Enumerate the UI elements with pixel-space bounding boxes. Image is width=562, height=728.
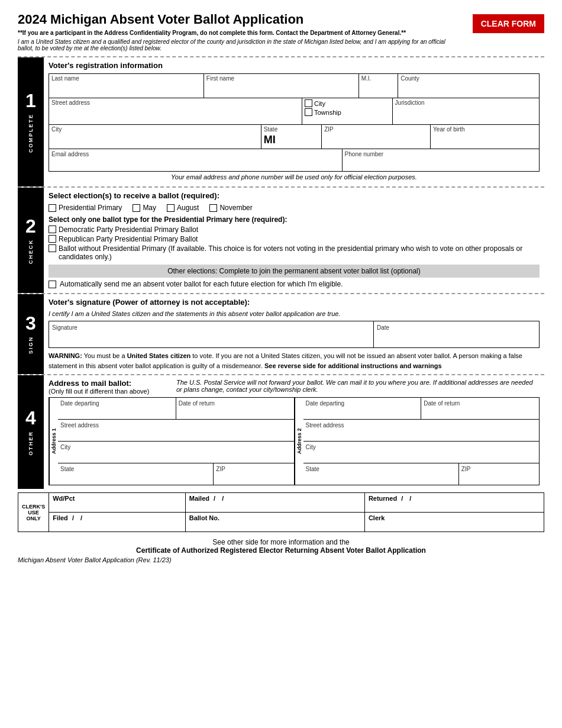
zip-label: ZIP bbox=[324, 126, 428, 133]
mailed-cell: Mailed / / bbox=[186, 493, 365, 512]
disclaimer1: **If you are a participant in the Addres… bbox=[18, 30, 461, 36]
addr1-state-cell: State bbox=[58, 463, 214, 485]
year-of-birth-label: Year of birth bbox=[433, 126, 537, 133]
section-2-content: Select election(s) to receive a ballot (… bbox=[44, 188, 544, 293]
addr1-date-return-input[interactable] bbox=[179, 407, 292, 415]
city-input[interactable] bbox=[51, 134, 259, 147]
slash-3: / bbox=[401, 495, 403, 502]
zip-input[interactable] bbox=[324, 134, 428, 147]
signature-row: Signature Date bbox=[49, 321, 540, 348]
warning-citizen: United States citizen bbox=[127, 352, 191, 359]
auto-send-checkbox[interactable] bbox=[49, 281, 56, 288]
county-input[interactable] bbox=[400, 83, 537, 96]
election-presidential-primary: Presidential Primary bbox=[49, 204, 122, 212]
wd-pct-input[interactable] bbox=[53, 502, 182, 510]
presidential-primary-label: Presidential Primary bbox=[59, 204, 122, 212]
clerk-input[interactable] bbox=[369, 521, 540, 530]
republican-checkbox[interactable] bbox=[49, 235, 56, 243]
date-input[interactable] bbox=[377, 336, 536, 344]
street-address-input[interactable] bbox=[51, 107, 299, 123]
addr2-street-cell: Street address bbox=[303, 420, 540, 441]
clerk-label: Clerk bbox=[369, 514, 385, 521]
county-cell: County bbox=[398, 74, 539, 98]
address-2-half: Address 2 Date departing Date of return bbox=[295, 398, 540, 485]
address-1-half: Address 1 Date departing Date of return bbox=[49, 398, 295, 485]
addr2-state-input[interactable] bbox=[306, 473, 456, 481]
name-row: Last name First name M.I. County bbox=[49, 73, 540, 98]
section-1-title: Voter's registration information bbox=[49, 61, 540, 70]
may-checkbox[interactable] bbox=[133, 204, 140, 212]
addr2-date-return-input[interactable] bbox=[424, 407, 537, 415]
addr2-zip-input[interactable] bbox=[461, 473, 537, 481]
presidential-primary-checkbox[interactable] bbox=[49, 204, 56, 212]
step-3-label: SIGN bbox=[28, 336, 34, 354]
clerks-label-3: ONLY bbox=[26, 516, 40, 521]
elections-row: Presidential Primary May August November bbox=[49, 204, 540, 212]
addr2-date-departing-input[interactable] bbox=[306, 407, 419, 415]
phone-label: Phone number bbox=[345, 151, 384, 157]
phone-input[interactable] bbox=[345, 158, 537, 166]
state-label: State bbox=[264, 126, 319, 133]
addr1-city-input[interactable] bbox=[60, 451, 292, 459]
section-4: 4 OTHER Address to mail ballot: (Only fi… bbox=[18, 374, 544, 489]
address-1-with-label: Address 1 Date departing Date of return bbox=[49, 398, 294, 485]
township-checkbox[interactable] bbox=[305, 108, 312, 116]
mail-subtitle: (Only fill out if different than above) bbox=[49, 388, 167, 395]
address-1-fields: Date departing Date of return Stree bbox=[58, 398, 294, 485]
addr2-state-label: State bbox=[306, 466, 319, 472]
city-cell: City bbox=[49, 125, 261, 149]
certify-text: I certify I am a United States citizen a… bbox=[49, 310, 540, 317]
addr1-date-departing-label: Date departing bbox=[60, 400, 99, 407]
city-township-cell: City Township bbox=[302, 98, 393, 124]
addr1-zip-input[interactable] bbox=[216, 473, 291, 481]
ballot-no-cell: Ballot No. bbox=[186, 513, 365, 531]
year-of-birth-input[interactable] bbox=[433, 134, 537, 147]
address-2-with-label: Address 2 Date departing Date of return bbox=[295, 398, 540, 485]
jurisdiction-cell: Jurisdiction bbox=[393, 98, 539, 124]
city-checkbox[interactable] bbox=[305, 99, 312, 107]
step-4-label: OTHER bbox=[28, 431, 34, 456]
addr1-street-input[interactable] bbox=[60, 429, 292, 437]
zip-cell: ZIP bbox=[322, 125, 431, 149]
no-presidential-checkbox[interactable] bbox=[49, 244, 56, 252]
addr1-date-departing-input[interactable] bbox=[60, 407, 173, 415]
title-block: 2024 Michigan Absent Voter Ballot Applic… bbox=[18, 12, 461, 51]
last-name-input[interactable] bbox=[51, 83, 201, 96]
mi-input[interactable] bbox=[361, 83, 395, 96]
returned-label: Returned bbox=[369, 495, 397, 502]
addr1-state-input[interactable] bbox=[60, 473, 211, 481]
addr2-street-input[interactable] bbox=[306, 429, 537, 437]
democratic-checkbox[interactable] bbox=[49, 226, 56, 233]
year-of-birth-cell: Year of birth bbox=[431, 125, 539, 149]
step-4-col: 4 OTHER bbox=[18, 375, 44, 489]
last-name-label: Last name bbox=[51, 75, 201, 82]
email-input[interactable] bbox=[51, 158, 340, 166]
mail-title-block: Address to mail ballot: (Only fill out i… bbox=[49, 379, 167, 395]
filed-label: Filed bbox=[53, 514, 68, 521]
step-3-col: 3 SIGN bbox=[18, 294, 44, 374]
signature-input[interactable] bbox=[52, 336, 370, 344]
step-1-number: 1 bbox=[25, 91, 36, 110]
jurisdiction-input[interactable] bbox=[395, 107, 537, 123]
clerks-section: CLERK'S USE ONLY Wd/Pct Mailed / / Retur… bbox=[18, 492, 544, 532]
first-name-input[interactable] bbox=[206, 83, 356, 96]
warning-reverse: See reverse side for additional instruct… bbox=[264, 362, 442, 369]
mail-title: Address to mail ballot: bbox=[49, 379, 167, 388]
november-checkbox[interactable] bbox=[209, 204, 217, 212]
step-3-number: 3 bbox=[25, 314, 36, 333]
slash-1: / bbox=[214, 495, 215, 502]
addr1-street-label: Street address bbox=[60, 422, 99, 429]
clear-form-button[interactable]: CLEAR FORM bbox=[473, 14, 544, 33]
footer-line1: See other side for more information and … bbox=[18, 538, 544, 546]
wd-pct-cell: Wd/Pct bbox=[49, 493, 186, 512]
ballot-option-no-presidential: Ballot without Presidential Primary (If … bbox=[49, 244, 540, 261]
wd-pct-label: Wd/Pct bbox=[53, 495, 75, 502]
august-checkbox[interactable] bbox=[167, 204, 175, 212]
ballot-no-input[interactable] bbox=[189, 521, 361, 530]
city-state-row: City State MI ZIP Year of birth bbox=[49, 124, 540, 149]
addr1-city-label: City bbox=[60, 444, 70, 450]
mailed-label: Mailed bbox=[189, 495, 209, 502]
addr2-city-input[interactable] bbox=[306, 451, 537, 459]
last-name-cell: Last name bbox=[49, 74, 204, 98]
addr1-street-row: Street address bbox=[58, 420, 294, 442]
